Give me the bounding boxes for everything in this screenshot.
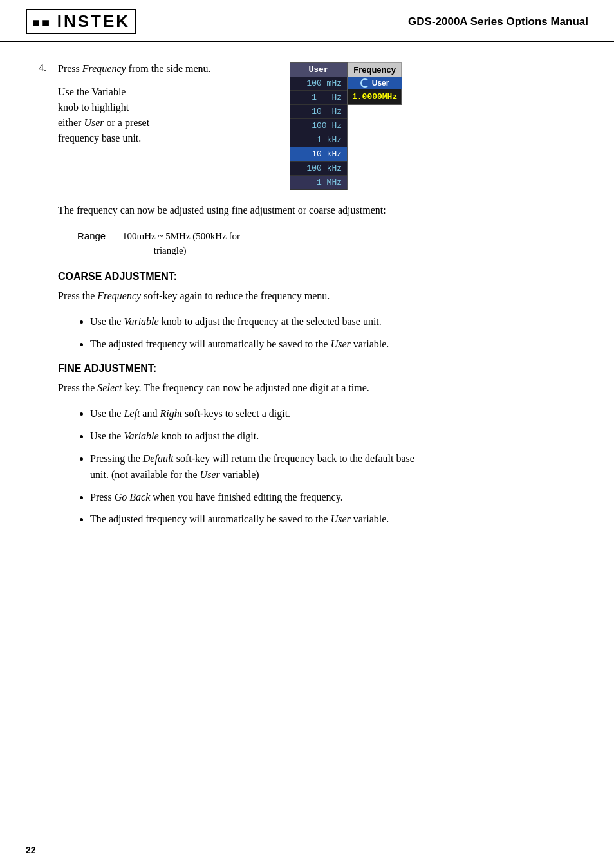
variable-italic-c1: Variable (124, 316, 158, 327)
rotate-icon (360, 78, 369, 88)
step-4-row: 4. Press Frequency from the side menu. U… (39, 61, 588, 190)
freq-sub-label: User (372, 78, 389, 88)
menu-item-10khz: 10 kHz (290, 147, 347, 162)
page-number: 22 (26, 845, 36, 855)
fine-heading: FINE ADJUSTMENT: (58, 363, 588, 374)
fine-bullet-4: Press Go Back when you have finished edi… (90, 490, 425, 506)
user-italic-f5: User (331, 513, 351, 524)
coarse-intro: Press the Frequency soft-key again to re… (58, 288, 418, 304)
freq-side-panel: Frequency User 1.0000MHz (348, 62, 402, 190)
main-content: 4. Press Frequency from the side menu. U… (0, 42, 614, 557)
page-header: ■■ INSTEK GDS-2000A Series Options Manua… (0, 0, 614, 42)
coarse-heading: COARSE ADJUSTMENT: (58, 271, 588, 282)
logo-text: ■■ INSTEK (32, 12, 130, 31)
step-number: 4. (39, 61, 58, 74)
menu-item-100hz: 100 Hz (290, 119, 347, 133)
select-italic: Select (97, 382, 122, 393)
fine-bullet-3: Pressing the Default soft-key will retur… (90, 451, 425, 483)
fine-bullet-2: Use the Variable knob to adjust the digi… (90, 429, 425, 445)
logo: ■■ INSTEK (26, 9, 136, 34)
step-text: Press Frequency from the side menu. Use … (58, 61, 277, 154)
freq-tab: Frequency (348, 62, 402, 77)
user-italic-c2: User (331, 338, 351, 349)
fine-intro: Press the Select key. The frequency can … (58, 380, 418, 396)
step-para2: Use the Variable knob to highlight eithe… (58, 84, 277, 146)
freq-sub: User (348, 77, 402, 89)
right-italic: Right (160, 408, 182, 419)
menu-item-1hz: 1 Hz (290, 91, 347, 105)
step-para1: Press Frequency from the side menu. (58, 61, 277, 77)
fine-bullets: Use the Left and Right soft-keys to sele… (77, 406, 425, 528)
step-body: Press Frequency from the side menu. Use … (58, 61, 588, 190)
range-line: Range 100mHz ~ 5MHz (500kHz for triangle… (77, 229, 588, 258)
fine-bullet-5: The adjusted frequency will automaticall… (90, 512, 425, 528)
ui-panel: User 100 mHz 1 Hz 10 Hz 100 Hz 1 kHz 10 … (290, 62, 402, 190)
range-label: Range (77, 229, 122, 258)
coarse-bullets: Use the Variable knob to adjust the freq… (77, 314, 425, 353)
default-italic: Default (143, 453, 174, 464)
menu-item-1mhz: 1 MHz (290, 176, 347, 190)
user-italic1: User (84, 117, 104, 128)
coarse-freq-italic: Frequency (97, 290, 141, 301)
coarse-bullet-1: Use the Variable knob to adjust the freq… (90, 314, 425, 330)
freq-value: 1.0000MHz (348, 89, 402, 105)
menu-item-10hz: 10 Hz (290, 105, 347, 119)
fine-bullet-1: Use the Left and Right soft-keys to sele… (90, 406, 425, 422)
manual-title: GDS-2000A Series Options Manual (408, 15, 588, 28)
user-italic-f3: User (200, 469, 220, 480)
side-menu: User 100 mHz 1 Hz 10 Hz 100 Hz 1 kHz 10 … (290, 62, 348, 190)
frequency-italic: Frequency (82, 63, 126, 74)
page-footer: 22 (26, 845, 36, 855)
variable-italic-f2: Variable (124, 430, 158, 441)
menu-item-100mhz: 100 mHz (290, 77, 347, 91)
range-value: 100mHz ~ 5MHz (500kHz for triangle) (122, 229, 240, 258)
adjust-para: The frequency can now be adjusted using … (58, 202, 418, 219)
menu-header: User (290, 63, 347, 77)
left-italic: Left (124, 408, 140, 419)
menu-item-100khz: 100 kHz (290, 162, 347, 176)
goback-italic: Go Back (115, 492, 151, 503)
coarse-bullet-2: The adjusted frequency will automaticall… (90, 337, 425, 353)
menu-item-1khz: 1 kHz (290, 133, 347, 147)
